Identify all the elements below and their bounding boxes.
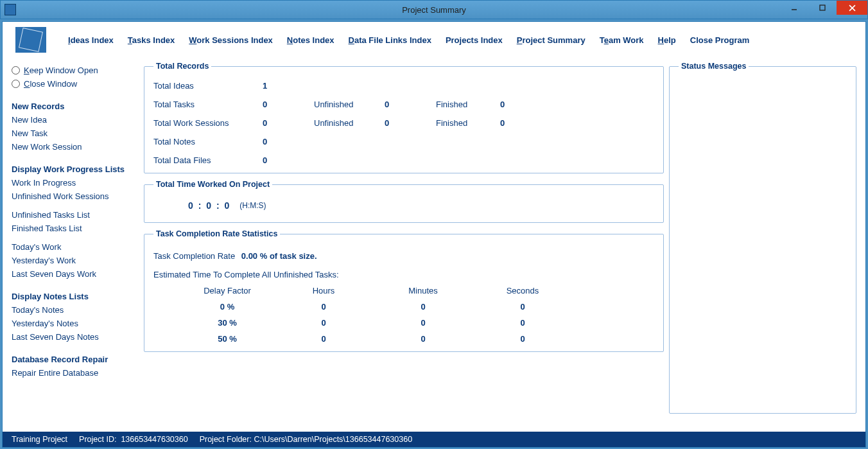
radio-keep-window-open[interactable]: Keep Window Open (12, 66, 139, 75)
statusbar: Training Project Project ID: 13665344763… (3, 432, 865, 447)
td-minutes: 0 (372, 334, 474, 344)
value-tasks-unfinished: 0 (385, 100, 436, 109)
status-project-name: Training Project (12, 435, 67, 444)
menubar: Ideas Index Tasks Index Work Sessions In… (3, 22, 865, 55)
est-time-table: Delay Factor Hours Minutes Seconds 0 % 0… (179, 286, 654, 344)
value-total-time: 0 : 0 : 0 (188, 200, 230, 211)
completion-stats-legend: Task Completion Rate Statistics (153, 229, 280, 238)
titlebar: Project Summary (0, 0, 868, 19)
total-records-legend: Total Records (153, 62, 211, 71)
menu-projects-index[interactable]: Projects Index (446, 35, 503, 45)
th-seconds: Seconds (474, 286, 571, 295)
sidebar-link-new-task[interactable]: New Task (12, 128, 139, 138)
sidebar-link-finished-tasks-list[interactable]: Finished Tasks List (12, 224, 139, 233)
td-minutes: 0 (372, 318, 474, 328)
value-ws-finished: 0 (500, 118, 539, 128)
menu-work-sessions-index[interactable]: Work Sessions Index (189, 35, 273, 45)
label-time-unit: (H:M:S) (239, 201, 266, 210)
status-messages-panel: Status Messages (669, 62, 856, 420)
menu-ideas-index[interactable]: Ideas Index (68, 35, 114, 45)
status-messages-legend: Status Messages (679, 62, 749, 71)
close-button[interactable] (837, 1, 867, 15)
td-seconds: 0 (474, 318, 571, 328)
td-minutes: 0 (372, 302, 474, 312)
value-total-tasks: 0 (263, 100, 314, 109)
value-total-data-files: 0 (263, 155, 314, 165)
sidebar-link-unfinished-tasks-list[interactable]: Unfinished Tasks List (12, 210, 139, 220)
app-icon (4, 4, 16, 15)
value-tasks-finished: 0 (500, 100, 539, 109)
label-total-ideas: Total Ideas (153, 81, 263, 91)
label-total-work-sessions: Total Work Sessions (153, 118, 263, 128)
client-area: Ideas Index Tasks Index Work Sessions In… (2, 21, 866, 448)
label-completion-rate: Task Completion Rate (153, 251, 235, 261)
status-project-folder: Project Folder: C:\Users\Darren\Projects… (200, 435, 412, 444)
td-hours: 0 (275, 302, 372, 312)
status-messages-group: Status Messages (669, 62, 856, 414)
value-completion-rate: 0.00 % of task size. (241, 251, 317, 261)
label-ws-finished: Finished (436, 118, 500, 128)
sidebar-link-yesterdays-notes[interactable]: Yesterday's Notes (12, 319, 139, 328)
td-delay: 50 % (179, 334, 275, 344)
td-seconds: 0 (474, 334, 571, 344)
sidebar-heading-notes-lists: Display Notes Lists (12, 292, 139, 301)
window-buttons (780, 1, 867, 15)
menu-team-work[interactable]: Team Work (600, 35, 644, 45)
sidebar-link-new-idea[interactable]: New Idea (12, 115, 139, 125)
menu-close-program[interactable]: Close Program (690, 35, 749, 45)
th-delay-factor: Delay Factor (179, 286, 275, 295)
main-panel: Total Records Total Ideas 1 Total Tasks … (144, 62, 664, 420)
sidebar-link-yesterdays-work[interactable]: Yesterday's Work (12, 256, 139, 265)
window-title: Project Summary (402, 5, 466, 15)
th-hours: Hours (275, 286, 372, 295)
sidebar-link-last-seven-days-work[interactable]: Last Seven Days Work (12, 269, 139, 279)
project-logo-icon (15, 27, 46, 53)
radio-icon (12, 66, 20, 75)
menu-tasks-index[interactable]: Tasks Index (128, 35, 175, 45)
sidebar-link-unfinished-work-sessions[interactable]: Unfinished Work Sessions (12, 191, 139, 201)
menu-project-summary[interactable]: Project Summary (517, 35, 586, 45)
label-total-notes: Total Notes (153, 137, 263, 146)
maximize-button[interactable] (808, 1, 837, 15)
svg-rect-1 (820, 5, 825, 10)
status-project-id: Project ID: 136653447630360 (79, 435, 188, 444)
sidebar-link-todays-notes[interactable]: Today's Notes (12, 305, 139, 315)
minimize-button[interactable] (780, 1, 808, 15)
value-total-work-sessions: 0 (263, 118, 314, 128)
label-tasks-finished: Finished (436, 100, 500, 109)
sidebar-heading-progress-lists: Display Work Progress Lists (12, 164, 139, 174)
menu-notes-index[interactable]: Notes Index (287, 35, 334, 45)
total-time-group: Total Time Worked On Project 0 : 0 : 0 (… (144, 180, 664, 223)
label-total-data-files: Total Data Files (153, 155, 263, 165)
td-hours: 0 (275, 318, 372, 328)
sidebar-link-last-seven-days-notes[interactable]: Last Seven Days Notes (12, 332, 139, 342)
sidebar-link-new-work-session[interactable]: New Work Session (12, 142, 139, 152)
th-minutes: Minutes (372, 286, 474, 295)
value-total-ideas: 1 (263, 81, 314, 91)
sidebar-heading-new-records: New Records (12, 101, 139, 111)
label-estimated-time: Estimated Time To Complete All Unfinishe… (153, 270, 654, 279)
radio-icon (12, 80, 20, 88)
td-seconds: 0 (474, 302, 571, 312)
completion-stats-group: Task Completion Rate Statistics Task Com… (144, 229, 664, 352)
menu-help[interactable]: Help (658, 35, 676, 45)
label-total-tasks: Total Tasks (153, 100, 263, 109)
total-time-legend: Total Time Worked On Project (153, 180, 272, 189)
sidebar: Keep Window Open Close Window New Record… (12, 62, 139, 420)
value-total-notes: 0 (263, 137, 314, 146)
sidebar-link-todays-work[interactable]: Today's Work (12, 242, 139, 252)
value-ws-unfinished: 0 (385, 118, 436, 128)
label-tasks-unfinished: Unfinished (314, 100, 385, 109)
sidebar-link-repair-entire-database[interactable]: Repair Entire Database (12, 368, 139, 378)
label-ws-unfinished: Unfinished (314, 118, 385, 128)
td-delay: 0 % (179, 302, 275, 312)
menu-data-file-links-index[interactable]: Data File Links Index (349, 35, 431, 45)
td-hours: 0 (275, 334, 372, 344)
td-delay: 30 % (179, 318, 275, 328)
sidebar-heading-db-repair: Database Record Repair (12, 355, 139, 364)
total-records-group: Total Records Total Ideas 1 Total Tasks … (144, 62, 664, 173)
radio-close-window[interactable]: Close Window (12, 79, 139, 89)
sidebar-link-work-in-progress[interactable]: Work In Progress (12, 178, 139, 188)
